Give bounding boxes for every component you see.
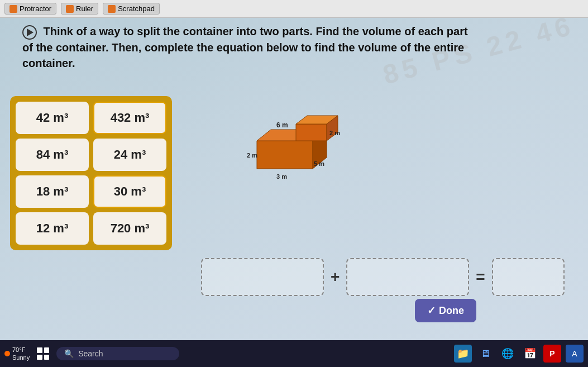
calendar-icon[interactable]: 📅 [521, 345, 539, 363]
protractor-label: Protractor [20, 4, 51, 13]
tile-30[interactable]: 30 m³ [93, 175, 166, 208]
play-button[interactable] [22, 25, 37, 40]
svg-marker-3 [296, 124, 327, 141]
drop-box-result[interactable] [492, 258, 565, 296]
windows-button[interactable] [33, 344, 53, 364]
pdf-symbol: P [549, 349, 554, 358]
folder-icon: 📁 [457, 347, 469, 360]
shape-area: 6 m 2 m 2 m 3 m 5 m [223, 102, 369, 204]
tile-84[interactable]: 84 m³ [16, 139, 89, 171]
taskbar: 70°F Sunny 🔍 Search 📁 🖥 🌐 📅 P [0, 340, 588, 367]
main-content: 85 PS 22 46 Think of a way to split the … [0, 18, 588, 349]
drop-box-left[interactable] [201, 258, 324, 296]
scratchpad-label: Scratchpad [118, 4, 155, 13]
shape-svg: 6 m 2 m 2 m 3 m 5 m [223, 102, 369, 202]
plus-symbol: + [331, 268, 340, 286]
search-bar[interactable]: 🔍 Search [56, 347, 179, 360]
protractor-button[interactable]: Protractor [4, 3, 56, 15]
ruler-label: Ruler [76, 4, 93, 13]
drop-box-right[interactable] [346, 258, 469, 296]
search-placeholder: Search [78, 349, 103, 358]
tile-12[interactable]: 12 m³ [16, 212, 89, 245]
scratchpad-button[interactable]: Scratchpad [103, 3, 160, 15]
toolbar: Protractor Ruler Scratchpad [0, 0, 588, 18]
svg-text:2 m: 2 m [247, 152, 257, 159]
browser-icon[interactable]: 🌐 [499, 345, 517, 363]
done-button[interactable]: ✓ Done [415, 299, 476, 322]
svg-text:2 m: 2 m [329, 130, 340, 136]
tile-432[interactable]: 432 m³ [93, 102, 166, 134]
app-icon[interactable]: A [566, 345, 584, 363]
tiles-panel: 42 m³ 432 m³ 84 m³ 24 m³ 18 m³ 30 m³ 12 … [10, 96, 172, 250]
instruction-content: Think of a way to split the container in… [22, 25, 468, 69]
weather-temp: 70°F [12, 346, 30, 354]
tile-24[interactable]: 24 m³ [93, 139, 166, 171]
weather-widget: 70°F Sunny [4, 346, 30, 362]
svg-text:5 m: 5 m [314, 160, 324, 167]
file-explorer-icon[interactable]: 📁 [454, 345, 472, 363]
equation-area: + = [201, 258, 565, 296]
app-symbol: A [572, 349, 577, 358]
tile-42[interactable]: 42 m³ [16, 102, 89, 134]
browser-symbol: 🌐 [501, 347, 514, 360]
tile-720[interactable]: 720 m³ [93, 212, 166, 245]
network-symbol: 🖥 [480, 348, 490, 360]
equals-symbol: = [476, 268, 485, 286]
taskbar-icons: 📁 🖥 🌐 📅 P A [454, 345, 584, 363]
windows-icon [37, 347, 49, 360]
ruler-button[interactable]: Ruler [61, 3, 98, 15]
svg-marker-0 [257, 141, 313, 169]
play-triangle-icon [27, 28, 34, 36]
done-label: Done [439, 305, 464, 317]
instruction-text: Think of a way to split the container in… [22, 23, 476, 71]
checkmark-icon: ✓ [427, 304, 436, 317]
ruler-icon [66, 5, 74, 13]
pdf-icon[interactable]: P [543, 345, 561, 363]
weather-condition: Sunny [12, 354, 30, 361]
svg-text:6 m: 6 m [276, 121, 288, 129]
weather-icon [4, 351, 10, 356]
calendar-symbol: 📅 [524, 347, 536, 360]
tile-18[interactable]: 18 m³ [16, 175, 89, 208]
search-icon: 🔍 [64, 349, 74, 358]
weather-info: 70°F Sunny [12, 346, 30, 362]
scratchpad-icon [108, 5, 116, 13]
network-icon[interactable]: 🖥 [476, 345, 494, 363]
svg-text:3 m: 3 m [276, 173, 287, 180]
protractor-icon [9, 5, 17, 13]
